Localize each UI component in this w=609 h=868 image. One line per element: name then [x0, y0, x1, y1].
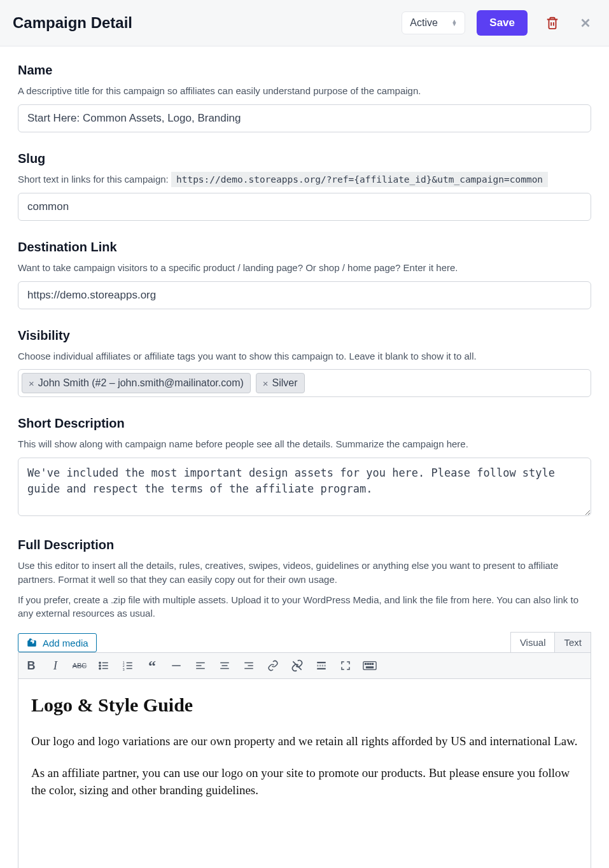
chevron-updown-icon: ▲▼ — [451, 20, 457, 26]
unlink-button[interactable] — [290, 658, 305, 673]
keyboard-icon — [363, 660, 377, 671]
svg-rect-23 — [317, 662, 326, 663]
full-description-help1: Use this editor to insert all the detail… — [18, 559, 591, 587]
link-button[interactable] — [265, 658, 281, 673]
close-icon — [578, 16, 592, 30]
editor-tabs-row: Add media Visual Text — [18, 632, 591, 652]
horizontal-rule-button[interactable] — [169, 658, 184, 673]
svg-rect-27 — [365, 663, 367, 664]
add-media-button[interactable]: Add media — [18, 633, 97, 652]
svg-rect-29 — [370, 663, 371, 664]
blockquote-button[interactable]: “ — [144, 658, 160, 673]
short-description-label: Short Description — [18, 416, 591, 431]
bold-button[interactable]: B — [24, 658, 39, 673]
visibility-input[interactable]: × John Smith (#2 – john.smith@mailinator… — [18, 369, 591, 397]
destination-input[interactable] — [18, 281, 591, 309]
short-description-help: This will show along with campaign name … — [18, 437, 591, 451]
tab-visual[interactable]: Visual — [510, 632, 556, 652]
slug-help-prefix: Short text in links for this campaign: — [18, 174, 171, 185]
visibility-label: Visibility — [18, 328, 591, 343]
full-description-section: Full Description Use this editor to inse… — [18, 538, 591, 620]
remove-tag-icon[interactable]: × — [29, 378, 34, 389]
svg-rect-26 — [363, 662, 376, 670]
editor-mode-tabs: Visual Text — [510, 632, 591, 652]
numbered-list-button[interactable]: 123 — [120, 658, 136, 673]
form-body: Name A descriptive title for this campai… — [0, 46, 609, 868]
align-center-icon — [219, 660, 230, 671]
visibility-tag-label: Silver — [272, 377, 298, 389]
remove-tag-icon[interactable]: × — [263, 378, 269, 389]
status-value: Active — [410, 17, 438, 29]
slug-help: Short text in links for this campaign: h… — [18, 172, 591, 186]
slug-label: Slug — [18, 151, 591, 166]
fullscreen-button[interactable] — [338, 658, 353, 673]
trash-icon — [545, 16, 559, 30]
slug-input[interactable] — [18, 193, 591, 221]
name-help: A descriptive title for this campaign so… — [18, 84, 591, 98]
svg-rect-31 — [367, 667, 374, 668]
align-left-button[interactable] — [193, 658, 208, 673]
toolbar-toggle-button[interactable] — [362, 658, 377, 673]
full-description-help2: If you prefer, create a .zip file with m… — [18, 593, 591, 621]
hr-icon — [171, 660, 182, 671]
svg-rect-24 — [317, 665, 326, 666]
unlink-icon — [291, 659, 304, 672]
visibility-help: Choose individual affiliates or affiliat… — [18, 349, 591, 363]
fullscreen-icon — [340, 660, 351, 671]
full-description-label: Full Description — [18, 538, 591, 552]
editor-content[interactable]: Logo & Style Guide Our logo and logo var… — [18, 679, 591, 868]
slug-example-url: https://demo.storeapps.org/?ref={affilia… — [171, 172, 548, 187]
destination-section: Destination Link Want to take campaign v… — [18, 240, 591, 309]
content-paragraph: As an affiliate partner, you can use our… — [31, 764, 578, 799]
italic-button[interactable]: I — [48, 658, 63, 673]
status-select[interactable]: Active ▲▼ — [402, 11, 465, 34]
media-icon — [26, 637, 38, 648]
name-section: Name A descriptive title for this campai… — [18, 63, 591, 132]
header: Campaign Detail Active ▲▼ Save — [0, 0, 609, 46]
visibility-tag: × John Smith (#2 – john.smith@mailinator… — [22, 373, 251, 393]
name-input[interactable] — [18, 104, 591, 132]
page-title: Campaign Detail — [13, 14, 402, 32]
short-description-section: Short Description This will show along w… — [18, 416, 591, 519]
slug-section: Slug Short text in links for this campai… — [18, 151, 591, 221]
editor-toolbar: B I ABC 123 “ — [18, 652, 591, 679]
save-button[interactable]: Save — [477, 10, 528, 36]
bullet-list-button[interactable] — [96, 658, 111, 673]
svg-rect-30 — [372, 663, 374, 664]
align-right-button[interactable] — [241, 658, 256, 673]
svg-point-2 — [99, 668, 101, 669]
numbered-list-icon: 123 — [122, 660, 134, 671]
destination-help: Want to take campaign visitors to a spec… — [18, 261, 591, 275]
bullet-list-icon — [98, 660, 109, 671]
svg-rect-25 — [317, 668, 326, 669]
delete-button[interactable] — [542, 12, 563, 34]
add-media-label: Add media — [43, 638, 88, 648]
read-more-button[interactable] — [314, 658, 329, 673]
name-label: Name — [18, 63, 591, 78]
close-button[interactable] — [575, 12, 596, 34]
strikethrough-button[interactable]: ABC — [72, 658, 87, 673]
visibility-tag: × Silver — [256, 373, 305, 393]
tab-text[interactable]: Text — [555, 632, 591, 652]
page: Campaign Detail Active ▲▼ Save Name A de… — [0, 0, 609, 868]
svg-rect-28 — [367, 663, 368, 664]
svg-point-1 — [99, 665, 101, 666]
visibility-section: Visibility Choose individual affiliates … — [18, 328, 591, 398]
short-description-input[interactable]: We've included the most important design… — [18, 458, 591, 516]
link-icon — [267, 660, 279, 671]
align-right-icon — [243, 660, 255, 671]
content-paragraph: Our logo and logo variations are our own… — [31, 732, 578, 750]
align-center-button[interactable] — [217, 658, 232, 673]
svg-text:3: 3 — [123, 668, 125, 671]
align-left-icon — [195, 660, 206, 671]
read-more-icon — [316, 660, 327, 671]
svg-point-0 — [99, 662, 101, 663]
visibility-tag-label: John Smith (#2 – john.smith@mailinator.c… — [38, 377, 244, 389]
destination-label: Destination Link — [18, 240, 591, 255]
content-heading: Logo & Style Guide — [31, 694, 578, 716]
